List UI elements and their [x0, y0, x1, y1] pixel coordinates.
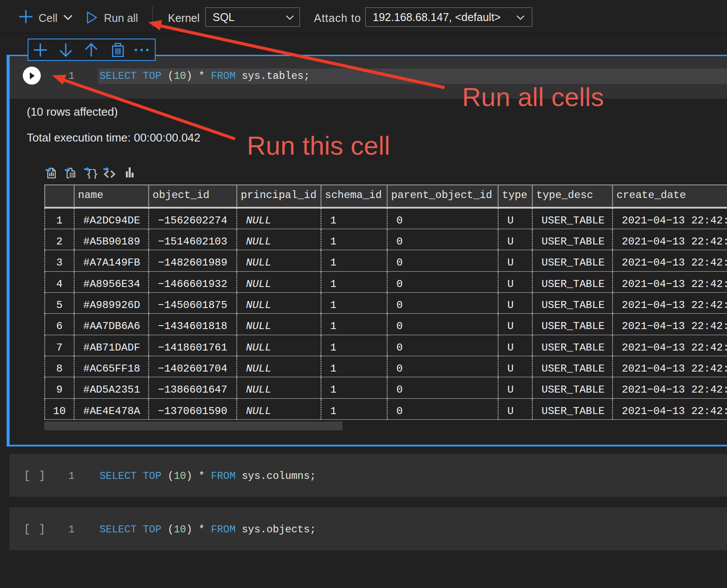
- svg-text:}: }: [92, 168, 99, 179]
